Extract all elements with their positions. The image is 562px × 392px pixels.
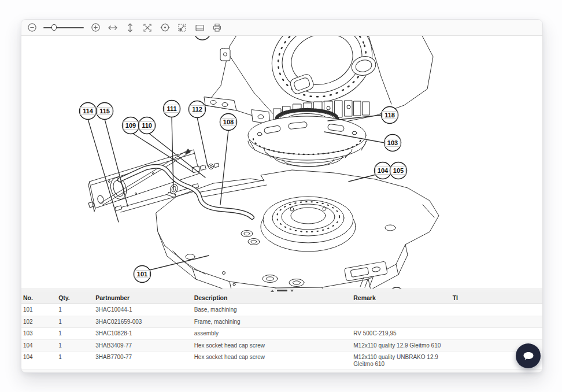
table-row[interactable]: 10413HAB3409-77Hex socket head cap screw… — [21, 339, 542, 352]
table-cell-no: 105 — [21, 370, 57, 373]
viewer-window: 101 103 104 105 — [21, 19, 543, 373]
actual-size-icon — [178, 23, 187, 32]
zoom-slider-track[interactable] — [43, 27, 84, 29]
table-row[interactable]: 10213HAC021659-003Frame, machining — [21, 316, 542, 328]
svg-text:104: 104 — [378, 167, 389, 174]
base-part-drawing — [156, 170, 439, 289]
table-cell-no: 101 — [21, 304, 57, 316]
callout-103[interactable]: 103 — [384, 135, 401, 151]
partial-callout-bottom — [389, 287, 405, 289]
callout-104[interactable]: 104 — [375, 162, 391, 179]
table-cell-partnumber: 3HAA1001-134 — [94, 370, 192, 373]
table-row[interactable]: 10313HAC10828-1assemblyRV 500C-219,95 — [21, 328, 542, 340]
print-icon — [212, 23, 222, 32]
table-body: 10113HAC10044-1Base, machining10213HAC02… — [21, 304, 542, 373]
toggle-panel-button[interactable] — [193, 21, 206, 34]
table-cell-partnumber: 3HAC021659-003 — [94, 316, 192, 328]
callout-118[interactable]: 118 — [382, 107, 398, 124]
table-row[interactable]: 10113HAC10044-1Base, machining — [21, 304, 542, 316]
partial-callout-top — [194, 36, 210, 40]
table-cell-qty: 1 — [57, 352, 94, 370]
column-header-partnumber[interactable]: Partnumber — [94, 292, 192, 304]
svg-text:105: 105 — [393, 167, 404, 174]
svg-text:112: 112 — [192, 106, 202, 113]
column-header-remark[interactable]: Remark — [352, 292, 450, 304]
zoom-slider[interactable] — [42, 21, 85, 34]
table-cell-partnumber: 3HAC10828-1 — [94, 328, 192, 340]
zoom-out-icon — [27, 23, 37, 32]
callout-112[interactable]: 112 — [189, 101, 206, 118]
splitter-collapse-up-icon[interactable] — [271, 290, 274, 292]
table-cell-description: Frame, machining — [193, 316, 352, 328]
table-cell-partnumber: 3HAB3409-77 — [94, 339, 192, 352]
table-cell-description: Washer — [193, 370, 352, 373]
center-view-button[interactable] — [158, 21, 172, 34]
callout-114[interactable]: 114 — [80, 103, 97, 120]
toolbar — [21, 20, 542, 36]
table-row[interactable]: 10513HAA1001-134Washer13x19x1.5 — [21, 370, 542, 373]
table-cell-no: 104 — [21, 339, 57, 352]
table-cell-qty: 1 — [57, 370, 94, 373]
zoom-slider-handle[interactable] — [51, 24, 57, 31]
table-cell-partnumber: 3HAC10044-1 — [94, 304, 192, 316]
table-cell-no: 103 — [21, 328, 57, 340]
callout-109[interactable]: 109 — [123, 117, 139, 134]
svg-text:111: 111 — [167, 105, 176, 112]
table-cell-description: Hex socket head cap screw — [193, 339, 352, 352]
center-view-icon — [160, 23, 170, 32]
table-cell-remark: 13x19x1.5 — [352, 370, 450, 373]
fit-page-icon — [143, 23, 152, 32]
fit-width-icon — [108, 24, 118, 32]
table-cell-qty: 1 — [57, 328, 94, 340]
table-cell-qty: 1 — [57, 304, 94, 316]
svg-text:115: 115 — [99, 108, 110, 114]
table-cell-remark: M12x110 quality UNBRAKO 12.9 Gleitmo 610 — [352, 352, 450, 370]
splitter-handle[interactable] — [277, 290, 287, 291]
diagram-canvas[interactable]: 101 103 104 105 — [21, 36, 542, 289]
table-cell-no: 102 — [21, 316, 57, 328]
table-cell-ti — [451, 370, 542, 373]
fit-width-button[interactable] — [106, 21, 120, 34]
column-header-ti[interactable]: TI — [451, 292, 542, 304]
table-cell-remark — [352, 304, 450, 316]
zoom-in-button[interactable] — [88, 21, 102, 34]
callout-115[interactable]: 115 — [97, 103, 113, 120]
chat-bubble-icon — [522, 350, 535, 362]
table-cell-remark: RV 500C-219,95 — [352, 328, 450, 340]
table-cell-partnumber: 3HAB7700-77 — [94, 352, 192, 370]
callout-101[interactable]: 101 — [134, 266, 151, 283]
actual-size-button[interactable] — [175, 21, 189, 34]
print-button[interactable] — [210, 21, 224, 34]
svg-text:114: 114 — [83, 108, 94, 114]
column-header-description[interactable]: Description — [193, 292, 352, 304]
table-cell-remark: M12x110 quality 12.9 Gleitmo 610 — [352, 339, 450, 352]
table-cell-ti — [451, 328, 542, 340]
svg-text:101: 101 — [137, 271, 147, 278]
callout-110[interactable]: 110 — [139, 117, 156, 134]
fit-page-button[interactable] — [140, 21, 154, 34]
exploded-view-drawing: 101 103 104 105 — [21, 36, 542, 289]
fit-height-button[interactable] — [123, 21, 137, 34]
zoom-out-button[interactable] — [25, 21, 39, 34]
callout-105[interactable]: 105 — [390, 162, 407, 179]
table-cell-qty: 1 — [57, 339, 94, 352]
table-cell-qty: 1 — [57, 316, 94, 328]
table-cell-description: assembly — [193, 328, 352, 340]
svg-text:108: 108 — [223, 119, 234, 125]
callout-111[interactable]: 111 — [164, 101, 180, 117]
table-cell-remark — [352, 316, 450, 328]
table-header-row: No. Qty. Partnumber Description Remark T… — [21, 292, 542, 304]
callout-108[interactable]: 108 — [220, 114, 237, 131]
splitter-collapse-down-icon[interactable] — [290, 290, 294, 292]
table-cell-no: 104 — [21, 352, 57, 370]
table-row[interactable]: 10413HAB7700-77Hex socket head cap screw… — [21, 352, 542, 370]
column-header-no[interactable]: No. — [21, 292, 57, 304]
chat-button[interactable] — [516, 343, 541, 368]
table-cell-ti — [451, 316, 542, 328]
fit-height-icon — [126, 23, 134, 33]
column-header-qty[interactable]: Qty. — [57, 292, 94, 304]
svg-text:110: 110 — [142, 122, 152, 129]
parts-table: No. Qty. Partnumber Description Remark T… — [21, 292, 542, 373]
toggle-panel-icon — [195, 24, 205, 32]
svg-text:109: 109 — [125, 122, 136, 129]
